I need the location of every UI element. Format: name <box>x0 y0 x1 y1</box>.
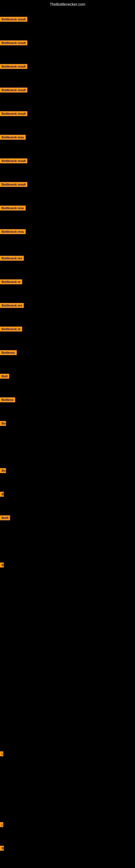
bottleneck-badge: Bottleneck result <box>0 64 27 69</box>
bottleneck-badge: B <box>0 846 4 850</box>
bottleneck-badge: Bottleneck result <box>0 40 27 45</box>
bottleneck-badge: Bottleneck result <box>0 17 27 22</box>
bottleneck-badge: B <box>0 563 4 567</box>
bottleneck-badge-small: | <box>0 751 3 756</box>
bottleneck-badge: Bo <box>0 468 6 473</box>
bottleneck-badge: Bottlene <box>0 397 15 402</box>
bottleneck-badge: Bo <box>0 421 6 426</box>
bottleneck-badge: Bottleneck result <box>0 158 27 163</box>
site-title: TheBottlenecker.com <box>0 0 135 9</box>
bottleneck-badge: Bottl <box>0 516 10 520</box>
bottleneck-badge: Bottleneck result <box>0 111 27 116</box>
bottleneck-badge: Bottleneck res <box>0 303 24 308</box>
bottleneck-badge: Bottleneck res <box>0 256 24 261</box>
bottleneck-badge: Bottleneck resu <box>0 229 26 234</box>
bottleneck-badge: Bottleneck re <box>0 327 22 332</box>
bottleneck-badge: Bottleneck resu <box>0 206 26 211</box>
bottleneck-badge: Bottlenec <box>0 350 17 355</box>
bottleneck-badge: Bottleneck resu <box>0 135 26 140</box>
bottleneck-badge: B <box>0 492 4 497</box>
bottleneck-badge-small: | <box>0 822 3 827</box>
bottleneck-badge: Bott <box>0 374 9 379</box>
bottleneck-badge: Bottleneck result <box>0 88 27 93</box>
bottleneck-badge: Bottleneck re <box>0 279 22 284</box>
bottleneck-badge: Bottleneck result <box>0 182 27 187</box>
